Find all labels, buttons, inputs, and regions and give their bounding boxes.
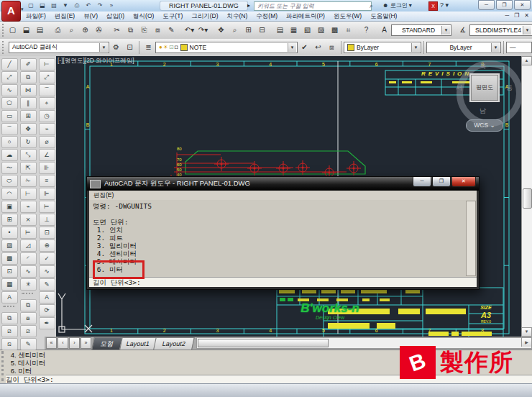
circle-icon[interactable]: ○ bbox=[1, 136, 18, 148]
dialog-restore-button[interactable]: ❐ bbox=[432, 177, 451, 187]
cut-icon[interactable]: ✂ bbox=[110, 24, 124, 37]
viewcube-south-label[interactable]: 남 bbox=[480, 106, 486, 116]
tab-next-icon[interactable]: › bbox=[69, 337, 80, 349]
new-icon[interactable]: ▢ bbox=[6, 24, 19, 37]
scroll-up-icon[interactable]: ▲ bbox=[521, 56, 532, 65]
chevron-down-icon[interactable]: ▼ bbox=[523, 26, 531, 35]
exchange-apps-icon[interactable]: X bbox=[428, 1, 438, 11]
plot-icon[interactable]: ⎙ bbox=[51, 24, 65, 37]
bring-front-icon[interactable]: ⧇ bbox=[20, 312, 37, 324]
properties-icon[interactable]: ▤ bbox=[273, 24, 287, 37]
save-icon[interactable]: ▤ bbox=[33, 24, 47, 37]
insert-block-icon[interactable]: ▣ bbox=[1, 201, 18, 213]
move-icon[interactable]: ✥ bbox=[20, 123, 37, 135]
dim-style-combo[interactable]: SLDDIMSTYLE4▼ bbox=[469, 24, 532, 36]
quick-dim-icon[interactable]: ⊪ bbox=[39, 162, 55, 174]
rectangle-icon[interactable]: ▭ bbox=[1, 110, 18, 122]
send-back-icon[interactable]: ⧄ bbox=[20, 325, 37, 337]
doc-restore-icon[interactable]: ❐ bbox=[514, 12, 519, 19]
markup-icon[interactable]: ▩ bbox=[328, 24, 341, 37]
revision-cloud-icon[interactable]: ☁ bbox=[1, 149, 18, 161]
blend-icon[interactable]: ∿ bbox=[20, 265, 37, 278]
rotate-icon[interactable]: ↻ bbox=[20, 136, 37, 148]
chevron-down-icon[interactable]: ▼ bbox=[441, 26, 450, 35]
bulb-icon[interactable]: ● bbox=[159, 42, 162, 53]
line-icon[interactable]: ╱ bbox=[1, 58, 18, 70]
color-combo[interactable]: ByLayer▼ bbox=[344, 42, 421, 53]
dim-edit-icon[interactable]: ✎ bbox=[39, 278, 55, 291]
linetype-combo[interactable]: ByLayer▼ bbox=[426, 42, 501, 53]
save-icon[interactable]: ▤ bbox=[49, 1, 59, 10]
dim-break-icon[interactable]: ⊥ bbox=[39, 214, 55, 226]
paste-icon[interactable]: ⎘ bbox=[137, 24, 151, 37]
menu-item[interactable]: 뷰(V) bbox=[79, 12, 102, 21]
horizontal-scroll-thumb[interactable] bbox=[198, 339, 329, 347]
quickcalc-icon[interactable]: ⌗ bbox=[341, 24, 355, 37]
hatch-icon[interactable]: ▨ bbox=[1, 239, 18, 252]
signin-button[interactable]: ☻ 로그인 ▾ bbox=[382, 1, 412, 10]
toolbar-grip[interactable] bbox=[2, 24, 4, 37]
point-icon[interactable]: • bbox=[1, 227, 18, 239]
more-commands-icon[interactable]: » bbox=[106, 1, 116, 10]
lineweight-combo[interactable]: — bbox=[506, 42, 532, 53]
dim-angular-icon[interactable]: ∠ bbox=[39, 149, 55, 161]
construction-line-icon[interactable]: ⤢ bbox=[1, 71, 18, 83]
workspace-settings-icon[interactable]: ⚙ bbox=[109, 41, 123, 55]
qnew-icon[interactable]: ▢ bbox=[26, 1, 36, 10]
dim-arc-length-icon[interactable]: ⌒ bbox=[39, 84, 55, 96]
dialog-command-input[interactable]: 길이 단위<3>: bbox=[89, 277, 477, 287]
annotate-icon[interactable]: ✎ bbox=[20, 338, 37, 350]
offset-icon[interactable]: ∥ bbox=[20, 97, 37, 109]
copy-icon[interactable]: ⧉ bbox=[20, 71, 37, 83]
scroll-down-icon[interactable]: ▼ bbox=[521, 327, 532, 337]
wcs-dropdown[interactable]: WCS ⌄ bbox=[466, 119, 503, 132]
search-input[interactable]: 키워드 또는 구절 입력 bbox=[254, 1, 372, 11]
dim-diameter-icon[interactable]: ⌀ bbox=[39, 136, 55, 148]
redo-icon[interactable]: ↷ bbox=[95, 1, 105, 10]
menu-item[interactable]: 삽입(I) bbox=[102, 12, 129, 21]
lock-icon[interactable]: ◘ bbox=[175, 42, 178, 53]
arc-icon[interactable]: ⌒ bbox=[1, 123, 18, 135]
viewcube-top-face[interactable]: 평면도 bbox=[471, 75, 498, 101]
workspace-combo[interactable]: AutoCAD 클래식▼ bbox=[9, 42, 109, 53]
chamfer-icon[interactable]: ◿ bbox=[20, 239, 37, 252]
open-icon[interactable]: ⬓ bbox=[37, 1, 47, 10]
break-point-icon[interactable]: ⌁ bbox=[20, 201, 37, 213]
paste-special-icon[interactable]: ⧈ bbox=[151, 24, 165, 37]
zoom-realtime-icon[interactable]: ⌕ bbox=[228, 24, 242, 37]
dialog-menu-edit[interactable]: 편집(E) bbox=[89, 191, 477, 201]
print-icon[interactable]: ⎙ bbox=[72, 1, 82, 10]
dim-baseline-icon[interactable]: ≡ bbox=[39, 175, 55, 187]
restore-button[interactable]: ❐ bbox=[496, 0, 513, 10]
multiline-text-icon[interactable]: A bbox=[1, 291, 18, 304]
text-style-combo[interactable]: STANDARD▼ bbox=[391, 24, 451, 36]
polygon-icon[interactable]: ⬠ bbox=[1, 97, 18, 109]
menu-item[interactable]: 윈도우(W) bbox=[329, 12, 366, 21]
draworder-icon[interactable]: ⧉ bbox=[20, 299, 37, 311]
dim-style-icon[interactable]: ✒ bbox=[39, 317, 55, 329]
tolerance-icon[interactable]: ⊡ bbox=[39, 227, 55, 239]
dim-inspect-icon[interactable]: ✓ bbox=[39, 252, 55, 265]
break-icon[interactable]: ⨯ bbox=[20, 214, 37, 226]
text-style-icon[interactable]: A bbox=[377, 24, 391, 37]
center-mark-icon[interactable]: ⊕ bbox=[39, 239, 55, 252]
search-icon[interactable]: ⌕ bbox=[370, 1, 373, 10]
menu-item[interactable]: 형식(O) bbox=[129, 12, 158, 21]
explode-icon[interactable]: ✳ bbox=[20, 278, 37, 291]
make-block-icon[interactable]: ⊞ bbox=[1, 214, 18, 226]
tab-layout1[interactable]: Layout1 bbox=[117, 337, 159, 350]
tab-layout2[interactable]: Layout2 bbox=[153, 337, 195, 350]
application-menu-button[interactable]: A bbox=[1, 1, 21, 22]
workspace-save-icon[interactable]: ⊡ bbox=[123, 41, 137, 55]
stretch-icon[interactable]: ⇱ bbox=[20, 162, 37, 174]
menu-item[interactable]: 도움말(H) bbox=[366, 12, 401, 21]
menu-item[interactable]: 그리기(D) bbox=[187, 12, 222, 21]
menu-item[interactable]: 수정(M) bbox=[252, 12, 282, 21]
doc-close-icon[interactable]: ✕ bbox=[524, 12, 529, 19]
make-current-icon[interactable]: ✔ bbox=[298, 41, 311, 55]
gradient-icon[interactable]: ▩ bbox=[1, 252, 18, 265]
match-properties-icon[interactable]: ✎ bbox=[165, 24, 178, 37]
vp-freeze-icon[interactable]: ⊡ bbox=[169, 42, 174, 53]
region-icon[interactable]: ⊡ bbox=[1, 265, 18, 278]
publish-icon[interactable]: ⊕ bbox=[78, 24, 92, 37]
